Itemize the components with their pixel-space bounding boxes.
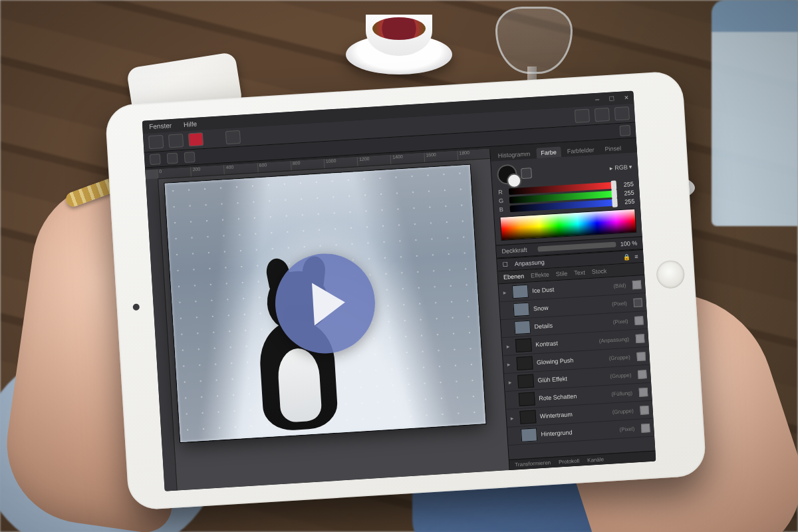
tab-transformieren[interactable]: Transformieren <box>515 460 551 467</box>
window-maximize-icon[interactable]: □ <box>607 94 617 102</box>
layer-name: Hintergrund <box>541 426 616 438</box>
layer-name: Wintertraum <box>540 409 608 420</box>
opacity-value: 100 % <box>620 240 638 248</box>
layer-type: (Anpassung) <box>599 336 630 344</box>
ipad-device: – □ × Fenster Hilfe <box>104 70 707 511</box>
window-minimize-icon[interactable]: – <box>593 94 602 103</box>
tab-kanaele[interactable]: Kanäle <box>587 456 604 464</box>
toolbar-button[interactable] <box>575 109 590 123</box>
context-button[interactable] <box>184 152 196 163</box>
color-mode-dropdown[interactable]: ▸ RGB ▾ <box>609 164 632 172</box>
expand-arrow-icon[interactable]: ▸ <box>508 378 514 385</box>
toolbar-button[interactable] <box>148 135 164 149</box>
layer-name: Snow <box>533 301 608 312</box>
ruler-tick: 1400 <box>390 153 424 164</box>
ruler-tick: 400 <box>223 163 257 174</box>
layer-type: (Gruppe) <box>612 408 634 415</box>
toolbar-button[interactable] <box>188 132 203 146</box>
expand-arrow-icon[interactable]: ▸ <box>506 342 512 349</box>
tab-protokoll[interactable]: Protokoll <box>559 458 580 466</box>
color-spectrum[interactable] <box>499 209 636 241</box>
visibility-checkbox[interactable] <box>641 423 650 432</box>
ipad-home-button[interactable] <box>656 259 685 289</box>
context-button[interactable] <box>150 154 161 165</box>
layer-type: (Gruppe) <box>610 372 632 379</box>
layer-thumbnail <box>514 321 531 334</box>
color-panel: ▸ RGB ▾ R 255 G 255 B 255 <box>491 152 642 245</box>
layer-thumbnail <box>512 285 529 299</box>
context-button[interactable] <box>167 153 178 164</box>
visibility-checkbox[interactable] <box>632 280 642 289</box>
layer-name: Glowing Push <box>537 355 605 366</box>
toolbar-button[interactable] <box>225 130 241 144</box>
panel-menu-icon[interactable]: ≡ <box>634 253 638 260</box>
ruler-tick: 1600 <box>424 151 458 162</box>
layer-name: Glüh Effekt <box>537 373 606 384</box>
workspace: 0 200 400 600 800 1000 1200 1400 1600 18… <box>145 149 510 491</box>
menu-hilfe[interactable]: Hilfe <box>184 120 198 128</box>
layer-thumbnail <box>516 356 533 370</box>
ruler-tick: 800 <box>291 159 325 170</box>
visibility-checkbox[interactable] <box>639 388 648 397</box>
toolbar-button[interactable] <box>614 106 630 120</box>
toolbar-button[interactable] <box>168 134 184 148</box>
foreground-background-swatch[interactable] <box>497 164 518 185</box>
tab-text[interactable]: Text <box>574 269 585 276</box>
visibility-checkbox[interactable] <box>633 298 642 307</box>
canvas-image[interactable] <box>164 165 485 442</box>
visibility-checkbox[interactable] <box>636 352 646 361</box>
ruler-tick: 1000 <box>324 157 358 168</box>
layer-thumbnail <box>513 303 529 317</box>
blend-mode-dropdown[interactable]: Anpassung <box>515 259 545 267</box>
expand-arrow-icon[interactable]: ▸ <box>511 414 517 421</box>
expand-arrow-icon[interactable]: ▸ <box>503 289 509 296</box>
layer-type: (Pixel) <box>612 300 627 307</box>
layer-name: Ice Dust <box>532 283 610 294</box>
layer-name: Rote Schatten <box>539 391 608 402</box>
tab-ebenen[interactable]: Ebenen <box>503 273 525 281</box>
layer-type: (Füllung) <box>611 390 632 397</box>
tab-stock[interactable]: Stock <box>591 268 606 275</box>
layer-name: Details <box>534 319 609 330</box>
context-button[interactable] <box>619 125 630 136</box>
layer-type: (Bild) <box>613 282 626 289</box>
layer-type: (Gruppe) <box>608 354 630 361</box>
layer-name: Kontrast <box>535 338 595 348</box>
tab-stile[interactable]: Stile <box>555 270 567 277</box>
ruler-tick: 1800 <box>457 149 491 160</box>
layer-thumbnail <box>519 392 535 406</box>
layer-type: (Pixel) <box>619 426 634 432</box>
layer-thumbnail <box>515 338 532 352</box>
layer-type: (Pixel) <box>613 318 628 325</box>
layer-thumbnail <box>517 374 534 388</box>
opacity-label: Deckkraft <box>501 246 534 255</box>
tab-effekte[interactable]: Effekte <box>531 271 549 279</box>
right-panel-stack: Histogramm Farbe Farbfelder Pinsel ▸ RGB… <box>489 140 656 470</box>
toolbar-button[interactable] <box>595 108 610 122</box>
eyedropper-icon[interactable] <box>521 168 532 179</box>
menu-fenster[interactable]: Fenster <box>149 122 172 130</box>
window-close-icon[interactable]: × <box>622 93 632 102</box>
ruler-tick: 0 <box>157 167 191 178</box>
visibility-checkbox[interactable] <box>636 334 645 343</box>
layers-list: ▸Ice Dust(Bild)Snow(Pixel)Details(Pixel)… <box>499 275 656 460</box>
ruler-tick: 600 <box>257 161 291 172</box>
visibility-checkbox[interactable] <box>640 406 649 415</box>
layer-thumbnail <box>521 428 537 442</box>
layer-thumbnail <box>519 410 536 424</box>
app-screen: – □ × Fenster Hilfe <box>142 91 656 491</box>
lock-icon[interactable]: 🔒 <box>623 253 631 261</box>
ruler-tick: 200 <box>190 165 224 176</box>
ipad-camera <box>132 303 140 311</box>
opacity-slider[interactable] <box>537 242 616 252</box>
expand-arrow-icon[interactable]: ▸ <box>507 360 513 367</box>
visibility-checkbox[interactable] <box>638 370 647 379</box>
visibility-checkbox[interactable] <box>634 316 644 325</box>
ruler-tick: 1200 <box>357 155 391 166</box>
